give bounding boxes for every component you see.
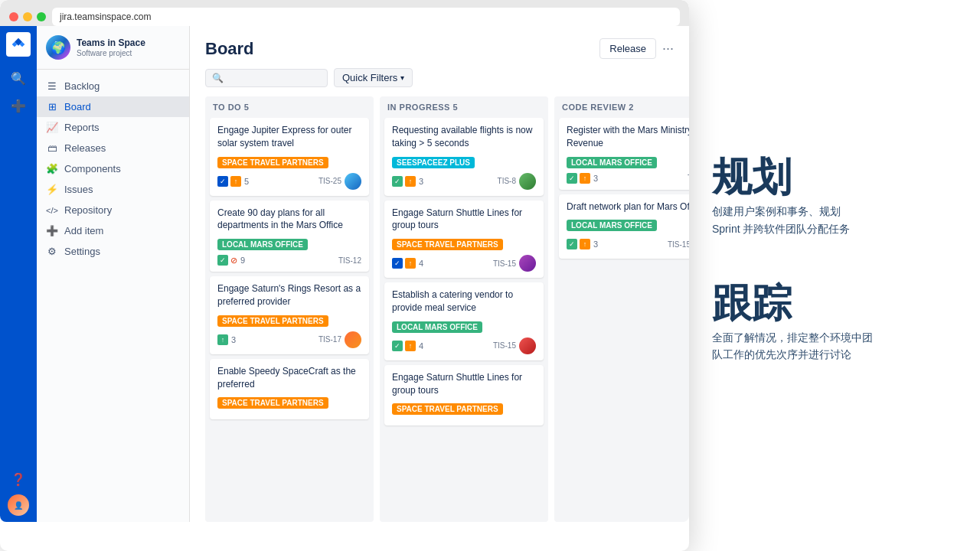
reports-icon: 📈 [46,122,58,133]
story-icon: ✓ [567,173,577,184]
board-columns: TO DO 5 Engage Jupiter Express for outer… [190,96,689,522]
project-header: 🌍 Teams in Space Software project [37,26,189,70]
sidebar-item-backlog[interactable]: ☰ Backlog [37,76,189,96]
ticket-id: TIS-15 [493,341,516,350]
card-tag: SPACE TRAVEL PARTNERS [217,157,328,168]
ticket-id: TIS-15 [668,240,689,249]
story-points: 5 [244,177,249,186]
card-tis15a[interactable]: Engage Saturn Shuttle Lines for group to… [384,201,544,279]
issues-icon: ⚡ [46,184,58,195]
maximize-dot[interactable] [37,12,46,21]
browser-chrome: jira.teamsinspace.com [0,0,689,26]
card-tis25[interactable]: Engage Jupiter Express for outer solar s… [210,118,369,196]
card-tag: SEESPACEEZ PLUS [392,157,475,168]
create-icon[interactable]: ➕ [6,93,31,118]
sidebar-label-issues: Issues [64,184,93,195]
more-options-button[interactable]: ··· [662,41,674,57]
close-dot[interactable] [9,12,18,21]
column-codereview: CODE REVIEW 2 Register with the Mars Min… [554,96,689,522]
card-icons: ✓ ↑ [217,176,241,187]
card-footer: ✓ ↑ 4 TIS-15 [392,255,536,272]
sidebar-label-add: Add item [64,225,103,236]
card-saturn2[interactable]: Engage Saturn Shuttle Lines for group to… [384,365,544,426]
story-icon: ✓ [392,258,403,269]
story-points: 3 [231,335,236,344]
user-avatar[interactable]: 👤 [8,494,29,516]
story-points: 9 [240,256,245,265]
icon-bar: 🔍 ➕ ❓ 👤 [0,26,37,522]
release-button[interactable]: Release [599,38,656,59]
board-toolbar: 🔍 Quick Filters ▾ [190,65,689,96]
column-header-todo: TO DO 5 [205,96,374,118]
card-tis17[interactable]: Engage Saturn's Rings Resort as a prefer… [210,276,369,354]
sidebar-label-board: Board [64,101,91,112]
overlay-heading-1: 规划 [712,157,957,197]
column-header-inprogress: IN PROGRESS 5 [380,96,548,118]
card-icons: ✓ ↑ [392,341,416,351]
card-meta: ✓ ↑ 3 [392,176,423,187]
card-tag: LOCAL MARS OFFICE [392,321,482,333]
card-tag: LOCAL MARS OFFICE [217,239,308,250]
ticket-id: TIS-8 [498,177,516,185]
chevron-down-icon: ▾ [400,73,404,82]
card-footer: ↑ 3 TIS-17 [217,331,361,348]
story-points: 3 [593,174,598,183]
board-header: Board Release ··· [190,26,689,65]
sidebar-item-add[interactable]: ➕ Add item [37,220,189,241]
browser-dots [9,12,46,21]
card-tis11[interactable]: Register with the Mars Ministry of Reven… [559,118,689,190]
card-title: Draft network plan for Mars Office [567,201,689,214]
card-tis15b[interactable]: Establish a catering vendor to provide m… [384,282,544,360]
board-title: Board [205,39,254,59]
backlog-icon: ☰ [46,80,58,92]
address-bar[interactable]: jira.teamsinspace.com [52,8,680,26]
sidebar-label-settings: Settings [64,246,100,257]
sidebar-item-board[interactable]: ⊞ Board [37,96,189,117]
card-icons: ✓ ↑ [392,176,416,187]
card-tis8[interactable]: Requesting available flights is now taki… [384,118,544,196]
sidebar-label-repository: Repository [64,204,112,216]
card-footer: ✓ ↑ 3 TIS-11 [567,173,689,184]
card-speedy[interactable]: Enable Speedy SpaceCraft as the preferre… [210,359,369,420]
card-icons: ✓ ↑ [567,173,590,184]
column-inprogress: IN PROGRESS 5 Requesting available fligh… [380,96,548,522]
search-icon[interactable]: 🔍 [6,66,31,90]
sidebar-item-repository[interactable]: </> Repository [37,200,189,220]
card-tag: LOCAL MARS OFFICE [567,157,657,168]
column-header-codereview: CODE REVIEW 2 [554,96,689,118]
column-todo: TO DO 5 Engage Jupiter Express for outer… [205,96,374,522]
board-icon: ⊞ [46,101,58,112]
overlay-text-1: 创建用户案例和事务、规划Sprint 并跨软件团队分配任务 [712,203,957,237]
jira-app: jira.teamsinspace.com 🔍 ➕ ❓ 👤 [0,0,689,551]
card-tis12[interactable]: Create 90 day plans for all departments … [210,201,369,272]
card-tag: SPACE TRAVEL PARTNERS [392,239,503,250]
priority-icon: ↑ [580,173,590,184]
sidebar-label-releases: Releases [64,142,106,154]
sidebar-item-issues[interactable]: ⚡ Issues [37,179,189,200]
assignee-avatar [519,337,536,354]
jira-logo[interactable] [6,32,31,57]
priority-icon: ↑ [230,176,241,187]
help-icon[interactable]: ❓ [6,467,31,491]
search-box[interactable]: 🔍 [205,69,328,87]
quick-filters-button[interactable]: Quick Filters ▾ [334,68,413,87]
card-tag: SPACE TRAVEL PARTNERS [217,315,328,327]
sidebar-item-reports[interactable]: 📈 Reports [37,117,189,138]
minimize-dot[interactable] [23,12,32,21]
add-icon: ➕ [46,225,58,236]
card-draft[interactable]: Draft network plan for Mars Office LOCAL… [559,194,689,259]
story-points: 4 [419,259,423,268]
card-footer: ✓ ⊘ 9 TIS-12 [217,255,361,266]
card-footer: ✓ ↑ 3 TIS-15 [567,236,689,253]
column-cards-inprogress: Requesting available flights is now taki… [380,118,548,430]
sidebar-item-releases[interactable]: 🗃 Releases [37,138,189,158]
sidebar-item-components[interactable]: 🧩 Components [37,158,189,179]
card-meta: ✓ ⊘ 9 [217,255,245,266]
url-text: jira.teamsinspace.com [60,11,151,22]
board-actions: Release ··· [599,38,674,59]
sidebar-label-reports: Reports [64,122,100,133]
full-page: jira.teamsinspace.com 🔍 ➕ ❓ 👤 [0,0,980,551]
card-title: Engage Saturn Shuttle Lines for group to… [392,371,536,397]
sidebar-item-settings[interactable]: ⚙ Settings [37,241,189,262]
card-icons: ✓ ↑ [567,239,590,249]
